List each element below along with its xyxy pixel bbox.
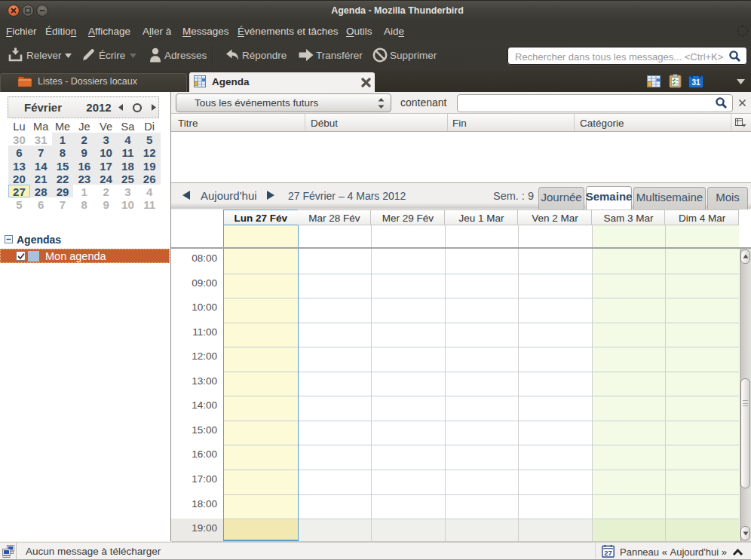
svg-text:27: 27: [604, 549, 612, 557]
svg-text:31: 31: [691, 78, 700, 87]
